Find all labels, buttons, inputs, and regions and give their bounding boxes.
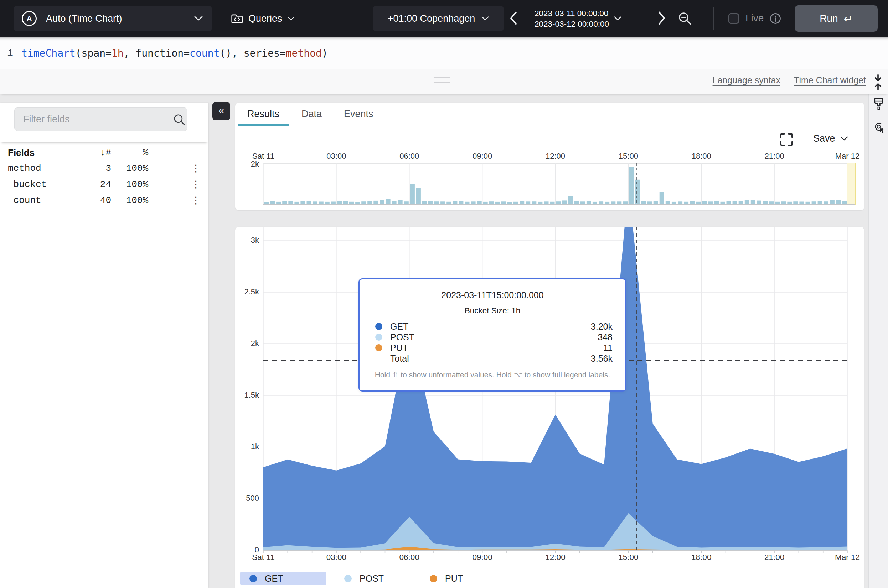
kebab-menu-icon[interactable]: ⋮ [191,195,208,206]
live-label: Live [745,12,764,24]
sort-desc-icon: ↓ [100,147,106,158]
time-chart-widget-link[interactable]: Time Chart widget [794,75,866,86]
tooltip-series-label: Total [390,354,591,364]
tooltip-series-value: 3.56k [591,354,613,364]
kebab-menu-icon[interactable]: ⋮ [191,178,208,190]
chevron-down-icon [840,136,848,141]
run-button[interactable]: Run ↵ [795,5,877,32]
time-chart[interactable] [235,227,864,558]
code-token: ) [322,47,328,59]
tooltip-row: Total3.56k [375,353,613,364]
field-percent: 100% [126,163,148,174]
sort-by-count-header[interactable]: ↓# [100,147,111,158]
field-name: _count [8,195,79,206]
time-range-end: 2023-03-12 00:00:00 [534,19,609,29]
tab-results[interactable]: Results [238,102,289,126]
tooltip-series-label: POST [390,332,598,342]
x-axis-label: 03:00 [327,152,346,161]
query-code: timeChart(span=1h, function=count(), ser… [21,47,328,59]
zoom-out-icon[interactable] [678,11,692,27]
x-axis-label: 18:00 [692,152,711,161]
timezone-selector[interactable]: +01:00 Copenhagen [373,6,504,32]
series-dot [375,333,382,340]
percent-header[interactable]: % [143,147,148,158]
style-brush-icon[interactable] [873,98,885,110]
collapse-editor-icon[interactable] [872,74,884,90]
chevron-down-icon [482,16,489,21]
resize-handle[interactable] [433,76,450,87]
filter-fields-input[interactable] [14,108,187,131]
legend-item-get[interactable]: GET [240,572,327,585]
fields-filter-section [0,102,208,142]
field-row[interactable]: method3100%⋮ [0,160,208,176]
language-syntax-link[interactable]: Language syntax [713,75,780,86]
legend-dot [430,575,437,582]
time-shift-back-button[interactable] [510,11,518,26]
query-editor[interactable]: 1 timeChart(span=1h, function=count(), s… [0,38,888,69]
tooltip-series-label: GET [390,321,591,332]
field-count: 24 [100,179,111,190]
topbar: A Auto (Time Chart) Queries +01:00 Copen… [0,0,888,38]
chart-tooltip: 2023-03-11T15:00:00.000 Bucket Size: 1h … [358,278,626,392]
chevron-down-icon [287,17,294,21]
field-row[interactable]: _bucket24100%⋮ [0,176,208,192]
return-arrow-icon: ↵ [844,12,853,25]
tooltip-footer: Hold ⇧ to show unformatted values. Hold … [360,370,625,379]
chart-legend: GETPOSTPUT [235,572,864,586]
search-icon [173,114,185,126]
results-tabs: ResultsDataEvents [235,102,864,126]
legend-item-post[interactable]: POST [335,572,421,585]
code-token: (span= [75,47,111,59]
widget-type-selector[interactable]: A Auto (Time Chart) [14,6,212,32]
collapse-sidebar-button[interactable]: « [212,102,230,120]
code-token: (), series= [220,47,285,59]
code-token: method [286,47,322,59]
queries-menu-button[interactable]: Queries [231,6,294,32]
mini-x-axis: Sat 1103:0006:0009:0012:0015:0018:0021:0… [235,152,864,161]
x-axis-label: 12:00 [545,553,565,562]
tooltip-series-value: 11 [603,343,613,353]
fields-header-label: Fields [8,147,79,158]
legend-item-put[interactable]: PUT [420,572,507,585]
save-label: Save [813,133,835,144]
series-dot [375,344,382,351]
field-row[interactable]: _count40100%⋮ [0,192,208,208]
tab-data[interactable]: Data [292,102,331,126]
logscale-search-screen: A Auto (Time Chart) Queries +01:00 Copen… [0,0,888,588]
line-number: 1 [7,48,21,59]
kebab-menu-icon[interactable]: ⋮ [191,163,208,174]
interaction-target-icon[interactable] [873,121,885,134]
x-axis-label: 15:00 [618,553,638,562]
time-shift-forward-button[interactable] [658,11,666,26]
results-card: ResultsDataEvents Save Sat 1103:0006:000… [235,102,864,210]
tooltip-series-value: 3.20k [591,321,613,332]
editor-footer-bar: Language syntax Time Chart widget [0,69,888,94]
x-axis-label: 09:00 [473,152,492,161]
x-axis-label: Sat 11 [252,553,274,562]
legend-dot [250,575,257,582]
timezone-label: +01:00 Copenhagen [388,13,475,24]
x-axis-label: 06:00 [399,152,419,161]
mini-histogram[interactable] [235,161,864,208]
legend-label: POST [360,573,384,584]
field-name: method [8,163,79,174]
time-range-selector[interactable]: 2023-03-11 00:00:00 2023-03-12 00:00:00 [534,6,622,32]
time-range-start: 2023-03-11 00:00:00 [534,9,609,18]
info-icon[interactable] [770,13,781,24]
fields-table: Fields ↓# % method3100%⋮_bucket24100%⋮_c… [0,145,208,208]
live-checkbox[interactable] [728,13,739,24]
tooltip-title: 2023-03-11T15:00:00.000 [360,290,625,300]
fields-sidebar: Fields ↓# % method3100%⋮_bucket24100%⋮_c… [0,102,208,588]
fullscreen-icon[interactable] [780,133,793,146]
x-axis-label: 15:00 [619,152,638,161]
tab-events[interactable]: Events [335,102,383,126]
save-button[interactable]: Save [813,133,848,144]
toolbar-divider [802,131,802,147]
main-chart-card: 05001k1.5k2k2.5k3k Sat 1103:0006:0009:00… [235,227,864,588]
x-axis-label: Mar 12 [835,553,860,562]
auto-widget-icon: A [22,11,37,26]
x-axis-label: 21:00 [765,553,784,562]
code-token: , function= [123,47,190,59]
series-dot [375,323,382,330]
legend-label: PUT [445,573,463,584]
